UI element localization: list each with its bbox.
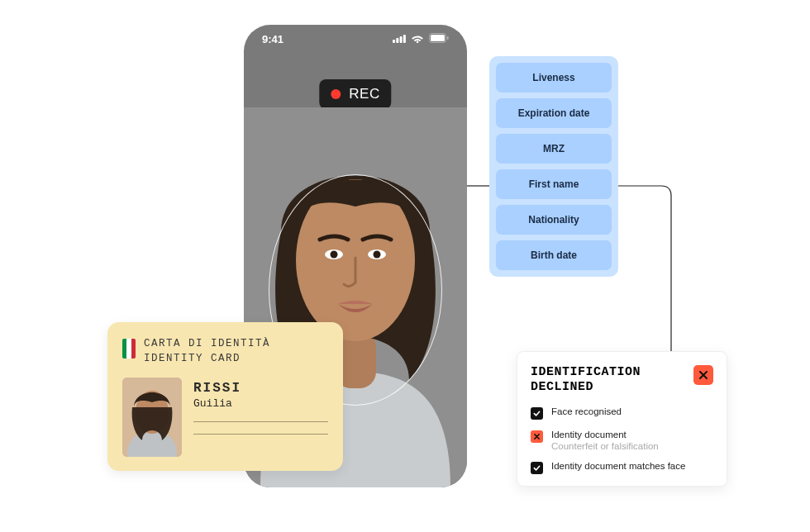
identification-result-card: IDENTIFICATION DECLINED Face recognised … (517, 351, 727, 487)
verification-checks-panel: Liveness Expiration date MRZ First name … (489, 56, 618, 277)
flag-italy-icon (122, 339, 136, 359)
signal-icon (393, 33, 406, 45)
status-time: 9:41 (262, 33, 284, 45)
check-item: Birth date (496, 240, 612, 270)
svg-rect-6 (447, 36, 449, 40)
svg-rect-3 (403, 35, 406, 43)
id-title-local: CARTA DI IDENTITÀ (144, 337, 270, 352)
id-firstname: Guilia (193, 397, 328, 410)
svg-rect-2 (400, 36, 403, 43)
svg-rect-5 (431, 35, 445, 41)
result-row: Face recognised (531, 406, 713, 420)
result-list: Face recognised Identity document Counte… (531, 406, 713, 474)
identity-card: CARTA DI IDENTITÀ IDENTITY CARD RISSI Gu… (107, 322, 343, 471)
status-bar: 9:41 (244, 25, 467, 53)
check-ok-icon (531, 462, 543, 474)
check-item: Nationality (496, 205, 612, 235)
close-icon[interactable] (693, 365, 713, 385)
check-ok-icon (531, 407, 543, 420)
svg-rect-1 (396, 38, 398, 43)
result-row-label: Face recognised (551, 406, 622, 416)
result-row: Identity document matches face (531, 461, 713, 474)
id-photo (122, 378, 182, 457)
result-row: Identity document Counterfeit or falsifi… (531, 430, 713, 451)
check-fail-icon (531, 430, 543, 443)
rec-label: REC (349, 86, 379, 102)
status-indicators (393, 33, 449, 45)
check-item: First name (496, 169, 612, 199)
id-field-divider (193, 434, 328, 435)
recording-indicator: REC (319, 79, 391, 109)
id-field-divider (193, 421, 328, 422)
result-row-sublabel: Counterfeit or falsification (551, 441, 659, 451)
battery-icon (429, 33, 449, 45)
check-item: Liveness (496, 63, 612, 93)
svg-rect-0 (393, 40, 395, 43)
id-title-en: IDENTITY CARD (144, 352, 270, 367)
check-item: MRZ (496, 134, 612, 164)
check-item: Expiration date (496, 98, 612, 128)
result-row-label: Identity document (551, 430, 627, 439)
result-title: IDENTIFICATION DECLINED (531, 365, 641, 395)
record-dot-icon (331, 89, 341, 99)
result-row-label: Identity document matches face (551, 461, 685, 471)
id-surname: RISSI (193, 381, 328, 396)
wifi-icon (411, 33, 424, 45)
